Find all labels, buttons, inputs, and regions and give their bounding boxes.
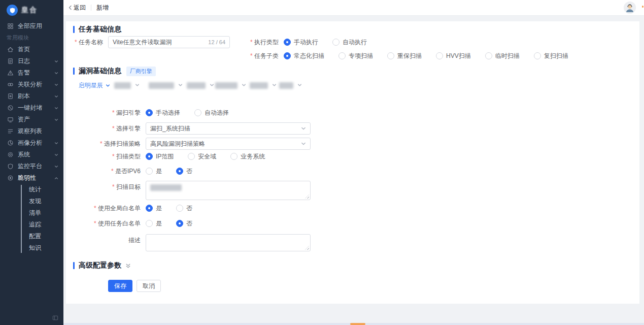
link-icon	[7, 81, 14, 88]
brand-logo[interactable]: 皇合	[0, 0, 63, 20]
radio-ipv6-no[interactable]: 否	[176, 167, 192, 176]
radio-subtype-special[interactable]: 专项扫描	[338, 52, 373, 60]
sidebar-collapse-icon[interactable]	[52, 315, 58, 321]
vendor-dropdown-redacted[interactable]	[279, 82, 302, 89]
exec-type-label: 执行类型	[250, 36, 284, 48]
sidebar-subitem-discovery[interactable]: 发现	[0, 196, 63, 207]
sidebar-item-alerts[interactable]: 告警	[0, 67, 63, 79]
save-button[interactable]: 保存	[108, 280, 132, 292]
vulnerability-target-icon	[7, 175, 14, 182]
radio-ipv6-yes[interactable]: 是	[146, 167, 162, 176]
redacted-text	[215, 82, 238, 89]
sidebar-item-watchlist[interactable]: 观察列表	[0, 125, 63, 137]
section-accent-bar	[73, 68, 75, 75]
app-window: 皇合 全部应用 常用模块 首页 日志 告警	[0, 0, 644, 325]
engine-select-dropdown[interactable]: 漏扫_系统扫描	[146, 122, 311, 135]
alert-icon	[7, 70, 14, 77]
sidebar-submenu-vulnerability: 统计 发现 清单 追踪 配置 知识	[0, 184, 63, 254]
monitor-shield-icon	[7, 163, 14, 170]
sidebar-item-portrait-analysis[interactable]: 画像分析	[0, 137, 63, 149]
chevron-down-icon	[54, 59, 58, 63]
radio-subtype-key-protect[interactable]: 重保扫描	[387, 52, 422, 60]
task-name-row: 任务名称 12 / 64	[73, 36, 230, 48]
radio-engine-manual[interactable]: 手动选择	[146, 109, 180, 117]
radio-global-wl-no[interactable]: 否	[176, 204, 192, 213]
block-icon	[7, 105, 14, 112]
brand-name: 皇合	[21, 6, 38, 15]
vendor-dropdown-redacted[interactable]	[250, 82, 277, 89]
new-task-form-card: 任务基础信息 任务名称 12 / 64 执行类型 手动执行 自动执行 任务子类 …	[66, 21, 639, 304]
section-accent-bar	[73, 26, 75, 33]
task-name-input[interactable]	[113, 39, 205, 46]
chevron-down-icon	[54, 94, 58, 99]
vendor-dropdown-redacted[interactable]	[114, 82, 140, 89]
radio-global-wl-yes[interactable]: 是	[146, 204, 162, 213]
back-button[interactable]: 返回	[68, 4, 86, 12]
sidebar-item-logs[interactable]: 日志	[0, 55, 63, 67]
strategy-select-dropdown[interactable]: 高风险漏洞扫描策略	[146, 138, 311, 150]
sidebar-subitem-inventory[interactable]: 清单	[0, 207, 63, 219]
sidebar-item-all-apps[interactable]: 全部应用	[0, 20, 63, 32]
radio-task-wl-yes[interactable]: 是	[146, 219, 162, 228]
sidebar-item-vulnerability[interactable]: 脆弱性	[0, 172, 63, 184]
radio-circle-icon	[176, 205, 183, 212]
scrollbar-thumb[interactable]	[350, 323, 365, 325]
radio-subtype-hvv[interactable]: HVV扫描	[436, 52, 471, 60]
chevron-down-icon	[178, 82, 183, 89]
radio-subtype-temporary[interactable]: 临时扫描	[485, 52, 520, 60]
radio-circle-icon	[146, 168, 153, 175]
radio-circle-icon	[284, 39, 291, 46]
radio-scan-business-system[interactable]: 业务系统	[230, 152, 265, 161]
radio-circle-icon	[188, 153, 195, 160]
redacted-text	[250, 82, 268, 89]
sidebar-item-home[interactable]: 首页	[0, 44, 63, 55]
radio-exec-manual[interactable]: 手动执行	[284, 38, 318, 47]
sidebar-item-correlation-analysis[interactable]: 关联分析	[0, 79, 63, 90]
sidebar-item-system[interactable]: 系统	[0, 149, 63, 160]
sidebar-item-monitor-platform[interactable]: 监控平台	[0, 160, 63, 172]
description-label: 描述	[73, 234, 146, 246]
back-label: 返回	[74, 4, 86, 12]
radio-subtype-routine[interactable]: 常态化扫描	[284, 52, 324, 60]
redacted-text	[149, 82, 174, 89]
portrait-icon	[7, 140, 14, 147]
user-avatar[interactable]	[624, 2, 636, 14]
vendor-dropdown-redacted[interactable]	[187, 82, 214, 89]
submenu-indent-line	[21, 185, 22, 253]
radio-circle-icon	[230, 153, 238, 160]
radio-scan-security-zone[interactable]: 安全域	[188, 152, 216, 161]
section-advanced-params: 高级配置参数	[73, 262, 131, 270]
radio-circle-icon	[338, 52, 346, 59]
radio-scan-ip-range[interactable]: IP范围	[146, 152, 174, 161]
home-icon	[7, 46, 14, 53]
section-accent-bar	[73, 262, 75, 269]
redacted-text	[150, 184, 182, 191]
description-textarea[interactable]	[146, 235, 310, 251]
sidebar-item-assets[interactable]: 资产	[0, 114, 63, 125]
radio-circle-icon	[332, 39, 340, 46]
sidebar-subitem-configuration[interactable]: 配置	[0, 231, 63, 242]
vendor-dropdown-redacted[interactable]	[215, 82, 246, 89]
sidebar-item-playbook[interactable]: 剧本	[0, 90, 63, 102]
radio-exec-auto[interactable]: 自动执行	[332, 38, 367, 47]
engine-mode-label: 漏扫引擎	[73, 107, 146, 119]
section-vuln-basic-info: 漏洞基础信息 厂商引擎	[73, 67, 156, 75]
chevron-up-icon	[54, 176, 58, 180]
radio-circle-icon	[146, 220, 153, 227]
radio-engine-auto[interactable]: 自动选择	[194, 109, 229, 117]
sidebar-subitem-trace[interactable]: 追踪	[0, 219, 63, 231]
vendor-dropdown-redacted[interactable]	[149, 82, 183, 89]
chevron-down-icon	[54, 71, 58, 75]
topbar: 返回 新增	[63, 0, 644, 16]
vendor-tab-active[interactable]: 启明星辰	[79, 81, 110, 90]
sidebar-subitem-knowledge[interactable]: 知识	[0, 242, 63, 254]
horizontal-scrollbar[interactable]	[63, 323, 644, 325]
cancel-button[interactable]: 取消	[137, 280, 161, 292]
chevron-down-icon	[301, 141, 306, 146]
radio-task-wl-no[interactable]: 否	[176, 219, 192, 228]
engine-mode-row: 漏扫引擎 手动选择 自动选择	[73, 107, 243, 119]
sidebar-subitem-statistics[interactable]: 统计	[0, 184, 63, 196]
expand-double-chevron-icon[interactable]	[125, 263, 131, 269]
radio-subtype-rescan[interactable]: 复扫扫描	[534, 52, 568, 60]
sidebar-item-one-click-block[interactable]: 一键封堵	[0, 102, 63, 114]
